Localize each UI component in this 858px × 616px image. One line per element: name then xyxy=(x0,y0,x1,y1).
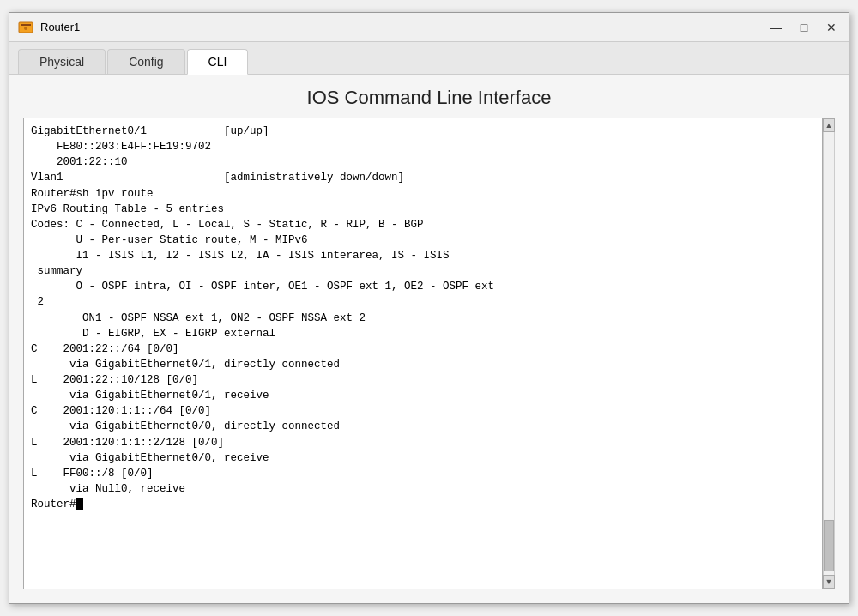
terminal-line: IPv6 Routing Table - 5 entries xyxy=(31,202,815,217)
close-button[interactable]: ✕ xyxy=(823,19,840,36)
terminal-line: ON1 - OSPF NSSA ext 1, ON2 - OSPF NSSA e… xyxy=(31,311,815,326)
window-title: Router1 xyxy=(40,21,768,33)
cursor xyxy=(76,498,83,510)
page-title: IOS Command Line Interface xyxy=(9,75,849,118)
terminal-line: GigabitEthernet0/1 [up/up] xyxy=(31,124,815,139)
tab-bar: Physical Config CLI xyxy=(9,42,849,75)
terminal-line: Codes: C - Connected, L - Local, S - Sta… xyxy=(31,217,815,233)
terminal-line: Router#sh ipv route xyxy=(31,186,815,202)
terminal-line: C 2001:120:1:1::/64 [0/0] xyxy=(31,403,815,419)
terminal-line: I1 - ISIS L1, I2 - ISIS L2, IA - ISIS in… xyxy=(31,248,815,263)
maximize-button[interactable]: □ xyxy=(795,19,813,36)
terminal-line: Router# xyxy=(31,497,815,512)
terminal-line: L 2001:22::10/128 [0/0] xyxy=(31,372,815,388)
terminal-line: 2 xyxy=(31,294,815,310)
terminal-content: GigabitEthernet0/1 [up/up] FE80::203:E4F… xyxy=(31,124,815,583)
terminal-line: Vlan1 [administratively down/down] xyxy=(31,170,815,185)
terminal-line: O - OSPF intra, OI - OSPF inter, OE1 - O… xyxy=(31,279,815,294)
tab-config[interactable]: Config xyxy=(107,49,184,74)
terminal-line: via GigabitEthernet0/1, receive xyxy=(31,388,815,403)
terminal-line: summary xyxy=(31,263,815,279)
terminal-line: FE80::203:E4FF:FE19:9702 xyxy=(31,139,815,154)
window-controls: — □ ✕ xyxy=(768,19,840,36)
scroll-up-button[interactable]: ▲ xyxy=(823,118,835,132)
terminal-line: U - Per-user Static route, M - MIPv6 xyxy=(31,233,815,248)
scroll-down-button[interactable]: ▼ xyxy=(823,575,835,589)
main-window: Router1 — □ ✕ Physical Config CLI IOS Co… xyxy=(9,12,849,604)
scrollbar[interactable]: ▲ ▼ xyxy=(823,118,835,589)
title-bar: Router1 — □ ✕ xyxy=(9,13,849,42)
terminal-line: via GigabitEthernet0/0, receive xyxy=(31,450,815,466)
terminal-wrapper: GigabitEthernet0/1 [up/up] FE80::203:E4F… xyxy=(9,118,849,603)
terminal-line: 2001:22::10 xyxy=(31,154,815,170)
terminal-line: D - EIGRP, EX - EIGRP external xyxy=(31,326,815,341)
app-icon xyxy=(18,20,33,35)
tab-cli[interactable]: CLI xyxy=(187,49,249,75)
terminal[interactable]: GigabitEthernet0/1 [up/up] FE80::203:E4F… xyxy=(23,118,823,589)
terminal-line: via GigabitEthernet0/0, directly connect… xyxy=(31,419,815,434)
terminal-line: via GigabitEthernet0/1, directly connect… xyxy=(31,357,815,372)
terminal-line: L FF00::/8 [0/0] xyxy=(31,466,815,481)
scrollbar-thumb[interactable] xyxy=(824,520,834,571)
scrollbar-track xyxy=(824,132,834,575)
terminal-line: L 2001:120:1:1::2/128 [0/0] xyxy=(31,435,815,450)
terminal-line: C 2001:22::/64 [0/0] xyxy=(31,341,815,357)
terminal-line: via Null0, receive xyxy=(31,481,815,497)
tab-physical[interactable]: Physical xyxy=(18,49,106,74)
svg-rect-1 xyxy=(21,24,31,26)
svg-point-2 xyxy=(24,27,27,30)
minimize-button[interactable]: — xyxy=(768,19,785,36)
